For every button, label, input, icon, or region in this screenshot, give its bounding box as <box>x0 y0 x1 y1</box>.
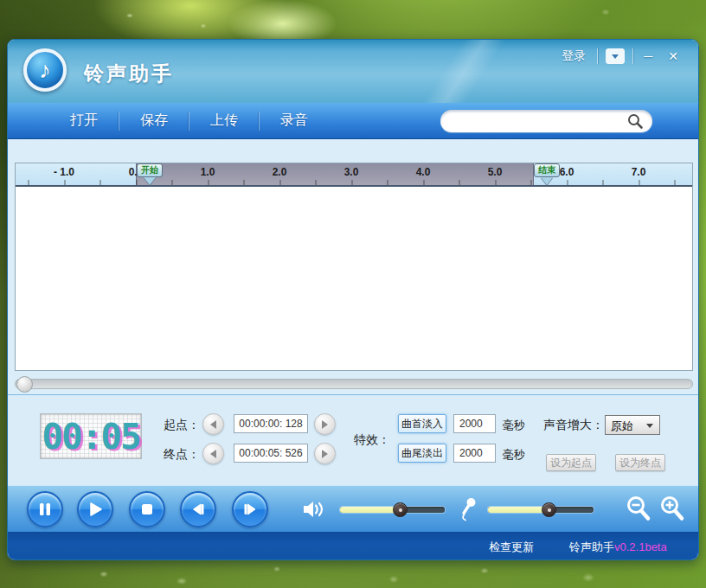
play-button[interactable] <box>77 491 113 527</box>
effects-label: 特效： <box>354 432 390 448</box>
close-button[interactable]: ✕ <box>660 49 686 63</box>
ruler-tick-label: 4.0 <box>416 166 431 178</box>
upload-button[interactable]: 上传 <box>189 112 259 130</box>
arrow-right-icon <box>322 450 328 458</box>
arrow-left-icon <box>210 420 216 429</box>
screen: ♪ 铃声助手 登录 ─ ✕ 打开 保存 上传 录音 <box>0 0 706 588</box>
ruler-tick-label: 2.0 <box>273 166 287 178</box>
start-time-input[interactable] <box>234 414 308 433</box>
app-title: 铃声助手 <box>84 61 174 87</box>
ms-unit-label: 毫秒 <box>503 447 525 463</box>
ruler-tick-label: 1.0 <box>201 166 215 178</box>
end-increase-button[interactable] <box>314 443 336 464</box>
record-button[interactable]: 录音 <box>260 112 329 130</box>
main-menu-button[interactable] <box>606 48 625 64</box>
step-back-icon <box>190 502 206 517</box>
app-logo-icon: ♪ <box>23 48 67 92</box>
end-point-label: 终点： <box>164 447 200 463</box>
end-decrease-button[interactable] <box>202 443 224 464</box>
status-bar: 检查更新 铃声助手v0.2.1beta <box>8 532 698 560</box>
open-button[interactable]: 打开 <box>49 112 119 130</box>
pause-icon <box>37 502 53 517</box>
volume-boost-label: 声音增大： <box>543 418 604 433</box>
volume-slider-fill <box>340 507 400 513</box>
waveform-panel: - 1.0 0.0 1.0 2.0 3.0 4.0 5.0 6.0 7.0 开始… <box>15 163 693 371</box>
arrow-right-icon <box>322 420 328 429</box>
player-bar <box>8 485 698 532</box>
arrow-left-icon <box>210 450 216 458</box>
minimize-button[interactable]: ─ <box>636 49 660 63</box>
ruler-tick-label: - 1.0 <box>54 166 74 178</box>
login-button[interactable]: 登录 <box>553 48 594 64</box>
set-end-button[interactable]: 设为终点 <box>615 454 665 471</box>
version-text: 铃声助手v0.2.1beta <box>569 540 667 555</box>
version-number: v0.2.1beta <box>614 540 667 553</box>
music-note-icon: ♪ <box>39 57 51 84</box>
volume-slider[interactable] <box>340 507 445 513</box>
divider <box>597 48 598 64</box>
mic-slider-fill <box>488 507 549 513</box>
zoom-out-button[interactable] <box>625 495 654 524</box>
fade-out-button[interactable]: 曲尾淡出 <box>398 444 446 463</box>
search-input[interactable] <box>451 112 619 131</box>
step-forward-icon <box>242 502 258 517</box>
stop-icon <box>139 502 155 517</box>
step-back-button[interactable] <box>180 491 216 527</box>
speaker-icon[interactable] <box>302 500 326 519</box>
step-forward-button[interactable] <box>232 491 268 527</box>
title-bar[interactable]: ♪ 铃声助手 登录 ─ ✕ <box>8 40 698 103</box>
timeline-ruler[interactable]: - 1.0 0.0 1.0 2.0 3.0 4.0 5.0 6.0 7.0 开始… <box>16 163 692 187</box>
time-display: 00:05 <box>40 413 142 459</box>
ruler-ticks <box>16 180 692 185</box>
mic-slider-knob[interactable] <box>542 502 556 517</box>
end-marker[interactable]: 结束 <box>534 163 560 177</box>
waveform-canvas[interactable] <box>16 187 692 370</box>
set-start-button[interactable]: 设为起点 <box>546 454 596 471</box>
ruler-tick-label: 5.0 <box>488 166 503 178</box>
start-marker[interactable]: 开始 <box>137 163 163 177</box>
ms-unit-label: 毫秒 <box>503 418 525 433</box>
microphone-icon[interactable] <box>459 496 478 522</box>
chevron-down-icon <box>646 424 653 428</box>
check-update-link[interactable]: 检查更新 <box>489 540 534 555</box>
mic-slider[interactable] <box>488 507 594 513</box>
zoom-in-button[interactable] <box>658 495 688 524</box>
version-app-name: 铃声助手 <box>569 540 614 553</box>
volume-slider-knob[interactable] <box>393 502 408 517</box>
editor-content: - 1.0 0.0 1.0 2.0 3.0 4.0 5.0 6.0 7.0 开始… <box>8 139 698 394</box>
volume-boost-dropdown[interactable]: 原始 <box>605 415 660 435</box>
end-time-input[interactable] <box>234 444 308 463</box>
start-increase-button[interactable] <box>314 413 336 435</box>
ruler-tick-label: 7.0 <box>632 166 646 178</box>
search-box <box>440 110 652 132</box>
scrollbar-knob[interactable] <box>16 376 33 393</box>
fade-in-ms-input[interactable] <box>453 414 496 433</box>
stop-button[interactable] <box>129 491 165 527</box>
fade-in-button[interactable]: 曲首淡入 <box>398 414 446 433</box>
ruler-tick-label: 6.0 <box>560 166 574 178</box>
ruler-tick-label: 3.0 <box>344 166 359 178</box>
waveform-scrollbar[interactable] <box>15 379 693 389</box>
pause-button[interactable] <box>27 491 63 527</box>
window-controls: 登录 ─ ✕ <box>553 47 686 66</box>
chevron-down-icon <box>612 54 619 59</box>
search-icon[interactable] <box>626 112 644 130</box>
play-icon <box>87 502 103 517</box>
time-display-digits: 00:05 <box>42 416 139 457</box>
app-window: ♪ 铃声助手 登录 ─ ✕ 打开 保存 上传 录音 <box>7 39 699 560</box>
toolbar: 打开 保存 上传 录音 <box>8 103 698 139</box>
control-panel: 00:05 起点： 终点： 特效： 曲首淡入 毫秒 曲尾淡出 <box>8 394 698 485</box>
fade-out-ms-input[interactable] <box>453 444 496 463</box>
divider <box>632 48 633 64</box>
start-point-label: 起点： <box>164 418 200 433</box>
save-button[interactable]: 保存 <box>119 112 189 130</box>
start-decrease-button[interactable] <box>202 413 224 435</box>
volume-boost-value: 原始 <box>611 419 633 434</box>
